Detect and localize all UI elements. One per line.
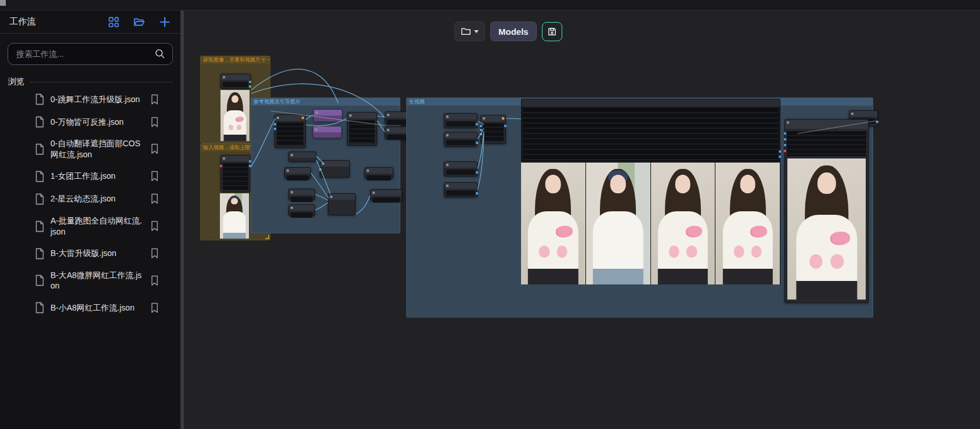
workflow-list-item[interactable]: B-小A8网红工作流.json [0, 301, 180, 314]
graph-node[interactable] [444, 182, 478, 197]
file-icon [34, 220, 45, 233]
browse-label: 浏览 [8, 77, 24, 87]
video-frames-preview [521, 163, 780, 284]
graph-node-video-combine[interactable] [521, 99, 780, 163]
frame-4 [715, 163, 780, 284]
group-title: 参考视频及引导图片 [251, 98, 400, 106]
graph-node-load-image[interactable] [220, 74, 251, 89]
graph-node[interactable] [364, 167, 393, 179]
sidebar-title: 工作流 [9, 16, 36, 27]
graph-node[interactable] [274, 114, 306, 148]
workflow-list-item[interactable]: 1-女团工作流.json [0, 170, 180, 183]
open-folder-icon[interactable] [133, 16, 146, 28]
workflow-list-item[interactable]: B-大A8微胖网红工作流.json [0, 270, 180, 292]
workflow-list: 0-跳舞工作流升级版.json 0-万物皆可反推.json 0-自动翻译遮挡面部… [0, 93, 180, 314]
group-title: 获取图像，尽量和视频尺寸一致！简单背景最好 [201, 56, 270, 64]
frame-2 [586, 163, 651, 284]
bookmark-icon[interactable] [150, 170, 160, 182]
bookmark-icon[interactable] [150, 193, 160, 205]
video-preview-frame [220, 193, 249, 239]
canvas-toolbar: Models [454, 21, 562, 41]
graph-node[interactable] [347, 112, 377, 146]
frame-3 [651, 163, 716, 284]
graph-node[interactable] [444, 161, 478, 176]
graph-node[interactable] [444, 113, 478, 128]
file-icon [34, 170, 45, 183]
sidebar-header: 工作流 [0, 10, 180, 34]
workflow-list-item[interactable]: B-大雷升级版.json [0, 247, 180, 260]
image-preview-ref [220, 90, 249, 141]
file-icon [34, 193, 45, 206]
save-button[interactable] [542, 22, 562, 41]
workflow-file-name: 0-跳舞工作流升级版.json [50, 94, 142, 105]
workflow-file-name: A-批量跑图全自动网红流.json [50, 215, 142, 237]
graph-node[interactable] [288, 152, 316, 162]
workflow-list-item[interactable]: 2-星云幼态流.json [0, 193, 180, 206]
bookmark-icon[interactable] [150, 220, 160, 232]
folder-icon [461, 27, 471, 36]
graph-node-load-video[interactable] [220, 155, 251, 192]
bookmark-icon[interactable] [150, 143, 160, 155]
corner-fragment [0, 0, 6, 6]
bookmark-icon[interactable] [150, 247, 160, 259]
workflow-folder-dropdown[interactable] [454, 21, 485, 41]
workflow-file-name: B-小A8网红工作流.json [50, 302, 142, 313]
workflows-sidebar: 工作流 浏览 [0, 10, 180, 429]
graph-node[interactable] [288, 204, 315, 216]
graph-node-sampler[interactable] [480, 115, 506, 144]
workflow-search [8, 43, 173, 65]
search-icon [154, 48, 166, 60]
graph-node[interactable] [284, 167, 311, 179]
frame-1 [521, 163, 586, 284]
grid-view-icon[interactable] [107, 16, 120, 28]
bookmark-icon[interactable] [150, 93, 160, 106]
workflow-file-name: 2-星云幼态流.json [50, 193, 142, 204]
sidebar-splitter[interactable] [180, 10, 184, 429]
node-graph-canvas[interactable]: Models 获取图像，尽量和视频尺寸一致！简单背景最好 输入视频，读取上限调整… [184, 10, 980, 429]
graph-node[interactable] [328, 193, 356, 215]
graph-node-output-preview[interactable] [784, 119, 869, 303]
graph-node[interactable] [313, 109, 342, 122]
file-icon [34, 93, 45, 106]
workflow-file-name: B-大A8微胖网红工作流.json [50, 270, 142, 292]
workflow-file-name: 1-女团工作流.json [50, 171, 142, 182]
workflow-file-name: B-大雷升级版.json [50, 248, 142, 259]
bookmark-icon[interactable] [150, 116, 160, 128]
graph-node[interactable] [444, 132, 478, 147]
search-input[interactable] [8, 43, 173, 65]
file-icon [34, 301, 45, 314]
divider [30, 82, 173, 82]
save-icon [547, 27, 557, 37]
workflow-list-item[interactable]: 0-跳舞工作流升级版.json [0, 93, 180, 106]
graph-node[interactable] [370, 189, 402, 201]
graph-node[interactable] [288, 189, 315, 200]
workflow-list-item[interactable]: A-批量跑图全自动网红流.json [0, 215, 180, 237]
workflow-file-name: 0-自动翻译遮挡面部COS网红流.json [50, 138, 142, 160]
bookmark-icon[interactable] [150, 275, 160, 287]
output-image [787, 158, 866, 300]
file-icon [34, 116, 45, 128]
file-icon [34, 143, 45, 156]
graph-node[interactable] [320, 160, 350, 178]
title-bar [0, 0, 980, 10]
chevron-down-icon [474, 30, 479, 33]
new-workflow-plus-icon[interactable] [158, 16, 171, 28]
bookmark-icon[interactable] [150, 302, 160, 314]
file-icon [34, 274, 45, 287]
browse-section-header: 浏览 [8, 77, 173, 87]
workflow-file-name: 0-万物皆可反推.json [50, 117, 142, 128]
group-resize-handle[interactable] [265, 235, 269, 239]
workflow-list-item[interactable]: 0-万物皆可反推.json [0, 116, 180, 128]
file-icon [34, 247, 45, 260]
graph-node[interactable] [313, 126, 342, 138]
models-button[interactable]: Models [490, 21, 537, 41]
workflow-list-item[interactable]: 0-自动翻译遮挡面部COS网红流.json [0, 138, 180, 160]
